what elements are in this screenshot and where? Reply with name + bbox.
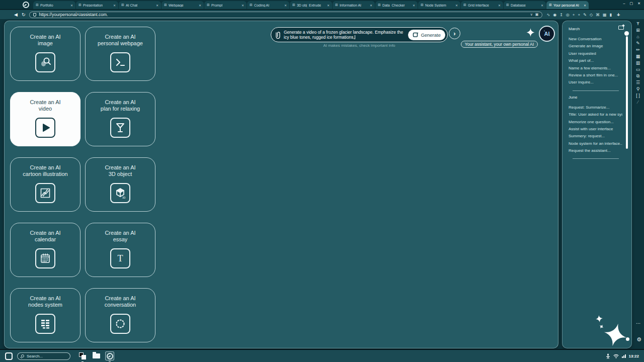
pen-icon[interactable]: ✎ bbox=[636, 41, 640, 46]
target-icon[interactable]: ◎ bbox=[566, 13, 570, 17]
diamond-icon[interactable]: ◇ bbox=[590, 13, 593, 17]
conversation-item[interactable]: User inquire... bbox=[569, 79, 622, 86]
tab-ai-chat[interactable]: ⊞AI Chat✕ bbox=[119, 1, 161, 9]
conversation-item[interactable]: Generate an image bbox=[569, 43, 622, 50]
card-create-relax-plan[interactable]: Create an AIplan for relaxing bbox=[85, 92, 155, 146]
conversation-item[interactable]: New Conversation bbox=[569, 36, 622, 43]
conversation-item[interactable]: Memorize one question... bbox=[569, 119, 622, 126]
conversation-item[interactable]: Title: User asked for a new system bbox=[569, 111, 622, 118]
url-field[interactable]: https://yourpersonalAIassistant.com. ∨ ▣ bbox=[29, 12, 542, 18]
tab-presentation[interactable]: ⊞Presentation✕ bbox=[76, 1, 118, 9]
scrollbar-knob[interactable] bbox=[624, 31, 629, 36]
card-create-cartoon[interactable]: Create an AIcartoon illustration bbox=[10, 157, 80, 212]
app-shortcut-browser[interactable] bbox=[105, 351, 114, 360]
battery-icon[interactable]: ▮ bbox=[610, 13, 612, 17]
card-create-conversation[interactable]: Create an AIconversation bbox=[85, 288, 155, 342]
tab-close-icon[interactable]: ✕ bbox=[199, 4, 201, 7]
tab-close-icon[interactable]: ✕ bbox=[156, 4, 158, 7]
add-frame-icon[interactable]: ⊞ bbox=[636, 28, 640, 33]
close-button[interactable]: ✕ bbox=[637, 2, 640, 5]
list-icon[interactable]: ☰ bbox=[636, 80, 640, 85]
conversation-item[interactable]: Assist with user interface bbox=[569, 126, 622, 133]
card-create-essay[interactable]: Create an AIessay T bbox=[85, 223, 155, 277]
app-shortcut-design[interactable] bbox=[78, 351, 87, 360]
conversation-item[interactable]: Name a few elements... bbox=[569, 65, 622, 72]
browser-logo-icon[interactable] bbox=[23, 2, 29, 8]
tab-your-personal-ai[interactable]: ⊞Your personal AI✕ bbox=[546, 1, 589, 9]
blocks-icon[interactable]: ▦ bbox=[636, 54, 640, 59]
tab-prompt[interactable]: ⊞Prompt✕ bbox=[204, 1, 247, 9]
tab-close-icon[interactable]: ✕ bbox=[370, 4, 372, 7]
tab-close-icon[interactable]: ✕ bbox=[498, 4, 501, 7]
tab-webpage[interactable]: ⊞Webpage✕ bbox=[162, 1, 204, 9]
shield-icon[interactable]: ◉ bbox=[553, 13, 556, 17]
accessibility-person-icon[interactable] bbox=[606, 353, 610, 359]
plus-icon[interactable]: + bbox=[573, 13, 575, 17]
new-chat-icon[interactable] bbox=[618, 26, 624, 30]
tab-data-checker[interactable]: ⊞Data_Checker✕ bbox=[375, 1, 418, 9]
screenshot-icon[interactable]: ▣ bbox=[535, 13, 539, 17]
tab-3d-obj-extrude[interactable]: ⊞3D obj_Extrude✕ bbox=[290, 1, 332, 9]
scrollbar-thumb[interactable] bbox=[626, 36, 628, 149]
slash-icon[interactable]: ∕ bbox=[637, 100, 638, 105]
conversation-item[interactable]: Node system for an interface... bbox=[569, 140, 622, 147]
search-input[interactable] bbox=[27, 354, 67, 358]
card-create-3d-object[interactable]: Create an AI3D object 3D bbox=[85, 157, 155, 212]
pen-icon[interactable]: ✎ bbox=[583, 13, 587, 17]
wave-icon[interactable]: ∿ bbox=[546, 13, 550, 17]
card-create-calendar[interactable]: Create an AIcalendar bbox=[10, 223, 80, 277]
maximize-button[interactable]: ▢ bbox=[630, 2, 633, 5]
prompt-input[interactable]: Generate a video of a frozen glacier lan… bbox=[271, 27, 448, 42]
assistant-avatar[interactable]: AI bbox=[539, 26, 555, 42]
tab-close-icon[interactable]: ✕ bbox=[113, 4, 116, 7]
card-create-webpage[interactable]: Create an AIpersonal webpage bbox=[85, 27, 155, 81]
conversation-item[interactable]: User requested bbox=[569, 50, 622, 57]
tab-close-icon[interactable]: ✕ bbox=[541, 4, 543, 7]
bracket-icon[interactable]: [ ] bbox=[636, 94, 640, 98]
attachment-icon[interactable] bbox=[275, 31, 281, 39]
taskbar-search[interactable] bbox=[17, 352, 70, 360]
tab-close-icon[interactable]: ✕ bbox=[327, 4, 330, 7]
more-options-icon[interactable]: ⋯ bbox=[636, 321, 640, 326]
tab-database[interactable]: ⊞Database✕ bbox=[504, 1, 546, 9]
add-tab-button[interactable]: + bbox=[617, 12, 620, 18]
app-shortcut-files[interactable] bbox=[92, 351, 101, 360]
send-button[interactable]: › bbox=[449, 28, 460, 39]
tab-grid-interface[interactable]: ⊞Grid interface✕ bbox=[461, 1, 503, 9]
back-button[interactable]: ◀ bbox=[14, 13, 18, 17]
start-button[interactable] bbox=[5, 352, 13, 360]
tab-close-icon[interactable]: ✕ bbox=[413, 4, 415, 7]
crosshair-icon[interactable]: + bbox=[578, 13, 581, 17]
tab-close-icon[interactable]: ✕ bbox=[70, 4, 73, 7]
card-create-video[interactable]: Create an AIvideo bbox=[10, 92, 80, 146]
text-tool-icon[interactable]: Ŧ bbox=[636, 22, 639, 26]
tab-coding-ai[interactable]: ⊞Coding AI✕ bbox=[247, 1, 289, 9]
generate-button[interactable]: Generate bbox=[408, 30, 445, 40]
tab-information-ai[interactable]: ⊞Information AI✕ bbox=[333, 1, 375, 9]
command-icon[interactable]: ⌘ bbox=[596, 13, 600, 17]
tab-close-icon[interactable]: ✕ bbox=[584, 4, 586, 7]
conversation-item[interactable]: Review a short film in one... bbox=[569, 72, 622, 79]
card-create-nodes-system[interactable]: Create an AInodes system bbox=[10, 288, 80, 342]
link-icon[interactable]: ⧉ bbox=[636, 74, 639, 78]
home-icon[interactable]: ⌂ bbox=[636, 35, 639, 39]
signal-icon[interactable] bbox=[622, 354, 626, 358]
anchor-icon[interactable]: ⚲ bbox=[636, 87, 640, 92]
pencil-icon[interactable]: ✏ bbox=[636, 48, 640, 52]
tab-portfolio[interactable]: ⊞Portfolio✕ bbox=[33, 1, 75, 9]
wifi-icon[interactable] bbox=[613, 354, 619, 358]
tab-close-icon[interactable]: ✕ bbox=[455, 4, 458, 7]
conversation-item[interactable]: Summery: request... bbox=[569, 133, 622, 140]
conversation-item[interactable]: What part of... bbox=[569, 57, 622, 64]
grid-icon[interactable]: ▦ bbox=[603, 13, 607, 17]
minimize-button[interactable]: – bbox=[623, 2, 625, 5]
tab-node-system[interactable]: ⊞Node System✕ bbox=[418, 1, 460, 9]
conversation-item[interactable]: Request: Summarize... bbox=[569, 104, 622, 111]
tab-close-icon[interactable]: ✕ bbox=[284, 4, 287, 7]
tab-close-icon[interactable]: ✕ bbox=[242, 4, 244, 7]
upload-icon[interactable]: ↥ bbox=[559, 13, 563, 17]
conversation-item[interactable]: Request the assistant... bbox=[569, 147, 622, 154]
chevron-down-icon[interactable]: ∨ bbox=[530, 13, 533, 17]
reload-button[interactable]: ↻ bbox=[22, 13, 26, 17]
chart-icon[interactable]: ▥ bbox=[636, 61, 640, 65]
